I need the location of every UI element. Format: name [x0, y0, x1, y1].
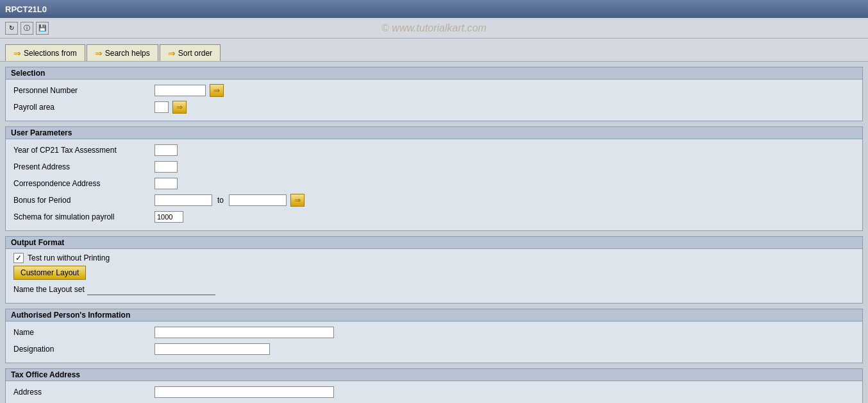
label-designation: Designation — [13, 345, 154, 354]
input-bonus-to[interactable] — [229, 194, 287, 206]
section-tax-office-body: Address — [6, 381, 862, 403]
section-authorised-person: Authorised Person's Information Name Des… — [5, 309, 863, 363]
back-icon[interactable]: ↻ — [5, 22, 18, 35]
title-bar: RPCT21L0 — [0, 0, 868, 18]
label-payroll-area: Payroll area — [13, 103, 154, 112]
tab-search-arrow: ⇒ — [95, 48, 103, 58]
input-present-address[interactable] — [154, 161, 178, 173]
arrow-btn-bonus[interactable]: ⇒ — [290, 194, 305, 207]
section-output-format: Output Format ✓ Test run without Printin… — [5, 236, 863, 304]
label-address: Address — [13, 388, 154, 397]
tab-sort-order[interactable]: ⇒ Sort order — [160, 44, 221, 61]
to-label: to — [217, 196, 224, 205]
row-schema-simulation: Schema for simulation payroll — [13, 210, 855, 224]
app-title: RPCT21L0 — [5, 4, 47, 14]
row-bonus-period: Bonus for Period to ⇒ — [13, 193, 855, 207]
save-icon[interactable]: 💾 — [36, 22, 49, 35]
section-selection-header: Selection — [6, 67, 862, 80]
input-bonus-from[interactable] — [154, 194, 212, 206]
label-bonus-period: Bonus for Period — [13, 196, 154, 205]
tab-selections[interactable]: ⇒ Selections from — [5, 44, 85, 61]
input-designation[interactable] — [154, 343, 270, 355]
arrow-btn-personnel[interactable]: ⇒ — [210, 84, 224, 97]
toolbar: ↻ ⓘ 💾 © www.tutorialkart.com — [0, 18, 868, 39]
section-selection-body: Personnel Number ⇒ Payroll area ⇒ — [6, 80, 862, 121]
input-cp21-year[interactable] — [154, 144, 178, 156]
tab-sort-label: Sort order — [178, 49, 212, 58]
row-cp21-year: Year of CP21 Tax Assessment — [13, 143, 855, 157]
row-designation: Designation — [13, 342, 855, 356]
arrow-btn-payroll[interactable]: ⇒ — [172, 101, 187, 114]
row-personnel-number: Personnel Number ⇒ — [13, 83, 855, 98]
input-schema-simulation[interactable] — [154, 211, 183, 223]
section-tax-office-header: Tax Office Address — [6, 369, 862, 381]
section-authorised-person-body: Name Designation — [6, 322, 862, 363]
label-personnel-number: Personnel Number — [13, 86, 154, 95]
section-authorised-person-header: Authorised Person's Information — [6, 309, 862, 322]
label-layout-set: Name the Layout set — [13, 285, 85, 294]
row-address: Address — [13, 385, 855, 399]
section-output-format-body: ✓ Test run without Printing Customer Lay… — [6, 249, 862, 303]
section-user-parameters-body: Year of CP21 Tax Assessment Present Addr… — [6, 139, 862, 230]
row-test-run: ✓ Test run without Printing — [13, 253, 855, 263]
checkbox-test-run[interactable]: ✓ — [13, 253, 24, 263]
row-customer-layout: Customer Layout — [13, 266, 855, 280]
section-tax-office: Tax Office Address Address — [5, 368, 863, 403]
input-address[interactable] — [154, 386, 334, 398]
row-correspondence-address: Correspondence Address — [13, 176, 855, 191]
row-name: Name — [13, 325, 855, 339]
section-user-parameters-header: User Parameters — [6, 127, 862, 139]
tab-bar: ⇒ Selections from ⇒ Search helps ⇒ Sort … — [0, 39, 868, 62]
toolbar-icons: ↻ ⓘ 💾 — [5, 22, 49, 35]
row-present-address: Present Address — [13, 160, 855, 174]
section-output-format-header: Output Format — [6, 237, 862, 249]
label-name: Name — [13, 328, 154, 337]
tab-selections-label: Selections from — [24, 49, 77, 58]
input-correspondence-address[interactable] — [154, 178, 178, 189]
tab-search-helps[interactable]: ⇒ Search helps — [87, 44, 158, 61]
watermark: © www.tutorialkart.com — [381, 22, 487, 34]
label-test-run: Test run without Printing — [28, 253, 110, 262]
row-payroll-area: Payroll area ⇒ — [13, 100, 855, 114]
label-present-address: Present Address — [13, 162, 154, 171]
tab-selections-arrow: ⇒ — [13, 48, 21, 58]
main-content: Selection Personnel Number ⇒ Payroll are… — [0, 62, 868, 403]
info-icon[interactable]: ⓘ — [21, 22, 33, 35]
section-user-parameters: User Parameters Year of CP21 Tax Assessm… — [5, 126, 863, 231]
input-payroll-area[interactable] — [154, 101, 169, 113]
tab-sort-arrow: ⇒ — [168, 48, 176, 58]
section-selection: Selection Personnel Number ⇒ Payroll are… — [5, 67, 863, 121]
label-cp21-year: Year of CP21 Tax Assessment — [13, 146, 154, 155]
row-layout-set-name: Name the Layout set — [13, 282, 855, 296]
label-correspondence-address: Correspondence Address — [13, 179, 154, 188]
input-personnel-number[interactable] — [154, 85, 206, 96]
input-name[interactable] — [154, 327, 334, 338]
customer-layout-button[interactable]: Customer Layout — [13, 266, 86, 280]
input-layout-name[interactable] — [87, 284, 215, 295]
tab-search-label: Search helps — [105, 49, 150, 58]
label-schema-simulation: Schema for simulation payroll — [13, 212, 154, 221]
